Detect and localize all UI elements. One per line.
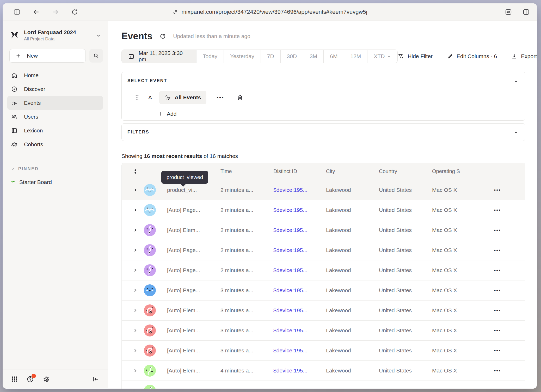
expand-row-chevron-icon[interactable] [130, 348, 141, 353]
distinct-id-link[interactable]: $device:195... [272, 347, 325, 354]
sidebar-item-starter-board[interactable]: Starter Board [10, 179, 108, 185]
range-today-segment[interactable]: Today [196, 50, 224, 63]
expand-row-chevron-icon[interactable] [130, 208, 141, 212]
event-name-cell[interactable]: [Auto] Elem... [159, 368, 219, 374]
range-3m-segment[interactable]: 3M [303, 50, 323, 63]
hide-filter-button[interactable]: Hide Filter [398, 53, 433, 60]
distinct-id-link[interactable]: $device:195... [272, 187, 325, 193]
expand-row-chevron-icon[interactable] [130, 248, 141, 253]
row-more-options-icon[interactable]: ••• [490, 207, 505, 213]
expand-row-chevron-icon[interactable] [130, 308, 141, 313]
column-header-os[interactable]: Operating S [431, 168, 490, 174]
event-name-cell[interactable]: [Auto] Page... [159, 267, 219, 273]
range-6m-segment[interactable]: 6M [323, 50, 344, 63]
column-header-time[interactable]: Time [219, 168, 272, 174]
back-icon[interactable] [32, 8, 40, 16]
distinct-id-link[interactable]: $device:195... [272, 327, 325, 334]
chevron-down-icon [10, 167, 15, 171]
forward-icon[interactable] [52, 8, 59, 16]
event-name-cell[interactable]: [Auto] Page... [159, 247, 219, 253]
distinct-id-link[interactable]: $device:195... [272, 307, 325, 314]
refresh-icon[interactable] [159, 33, 166, 40]
add-event-button[interactable]: Add [156, 111, 178, 117]
split-view-icon[interactable] [522, 8, 530, 16]
range-xtd-segment[interactable]: XTD [367, 50, 397, 63]
search-button[interactable] [89, 49, 103, 63]
column-header-distinct-id[interactable]: Distinct ID [272, 168, 325, 174]
event-name-cell[interactable]: [Auto] Elem... [159, 307, 219, 314]
drag-handle-icon[interactable] [135, 94, 139, 101]
range-yesterday-segment[interactable]: Yesterday [224, 50, 261, 63]
project-switcher[interactable]: Lord Farquaad 2024 All Project Data [9, 29, 102, 42]
sidebar-item-cohorts[interactable]: Cohorts [7, 137, 103, 151]
distinct-id-link[interactable]: $device:195... [272, 287, 325, 293]
table-row[interactable]: [Auto] Elem... 3 minutes a... $device:19… [122, 321, 525, 341]
event-name-tooltip: product_viewed [161, 171, 208, 184]
table-row[interactable]: [Auto] Elem... 4 minutes a... $device:19… [122, 361, 525, 381]
table-row[interactable]: [Auto] Page... 3 minutes a... $device:19… [122, 280, 525, 301]
expand-row-chevron-icon[interactable] [130, 328, 141, 333]
sidebar-item-users[interactable]: Users [7, 110, 103, 124]
delete-event-trash-icon[interactable] [235, 94, 245, 101]
event-name-cell[interactable]: [Auto] Elem... [159, 347, 219, 354]
range-7d-segment[interactable]: 7D [261, 50, 280, 63]
help-icon[interactable] [26, 375, 34, 383]
row-more-options-icon[interactable]: ••• [490, 308, 505, 313]
row-more-options-icon[interactable]: ••• [490, 187, 505, 193]
distinct-id-link[interactable]: $device:195... [272, 207, 325, 213]
sidebar-item-events[interactable]: Events [7, 96, 103, 110]
row-more-options-icon[interactable]: ••• [490, 228, 505, 233]
row-more-options-icon[interactable]: ••• [490, 348, 505, 353]
column-header-city[interactable]: City [325, 168, 378, 174]
row-more-options-icon[interactable]: ••• [490, 248, 505, 253]
event-selector-pill[interactable]: All Events [159, 91, 206, 104]
new-button[interactable]: New [9, 49, 86, 63]
pinned-section-header[interactable]: PINNED [10, 167, 108, 171]
collapse-all-rows-icon[interactable] [130, 168, 141, 175]
collapse-panel-chevron-up-icon[interactable] [513, 79, 519, 84]
distinct-id-link[interactable]: $device:195... [272, 227, 325, 233]
distinct-id-link[interactable]: $device:195... [272, 267, 325, 273]
expand-row-chevron-icon[interactable] [130, 188, 141, 192]
table-row[interactable]: ••• [122, 381, 525, 389]
export-button[interactable]: Export [511, 53, 537, 60]
sidebar-item-lexicon[interactable]: Lexicon [7, 124, 103, 137]
table-row[interactable]: [Auto] Elem... 3 minutes a... $device:19… [122, 301, 525, 321]
event-more-options-icon[interactable]: ••• [215, 94, 226, 101]
settings-gear-icon[interactable] [42, 375, 50, 383]
expand-row-chevron-icon[interactable] [130, 268, 141, 273]
distinct-id-link[interactable]: $device:195... [272, 247, 325, 253]
row-more-options-icon[interactable]: ••• [490, 328, 505, 333]
edit-columns-button[interactable]: Edit Columns · 6 [447, 53, 497, 60]
distinct-id-link[interactable]: $device:195... [272, 368, 325, 374]
sidebar-item-discover[interactable]: Discover [7, 82, 103, 96]
row-more-options-icon[interactable]: ••• [490, 268, 505, 273]
expand-panel-chevron-down-icon[interactable] [513, 129, 519, 135]
sidebar-item-home[interactable]: Home [7, 68, 103, 82]
row-more-options-icon[interactable]: ••• [490, 368, 505, 373]
table-row[interactable]: [Auto] Elem... 3 minutes a... $device:19… [122, 341, 525, 361]
table-row[interactable]: [Auto] Elem... 2 minutes a... $device:19… [122, 220, 525, 240]
event-name-cell[interactable]: product_vi... [159, 187, 219, 193]
table-row[interactable]: [Auto] Page... 2 minutes a... $device:19… [122, 200, 525, 220]
column-header-country[interactable]: Country [378, 168, 431, 174]
range-12m-segment[interactable]: 12M [344, 50, 367, 63]
expand-row-chevron-icon[interactable] [130, 288, 141, 293]
expand-row-chevron-icon[interactable] [130, 368, 141, 373]
browser-sidebar-toggle-icon[interactable] [13, 8, 21, 16]
event-name-cell[interactable]: [Auto] Elem... [159, 327, 219, 334]
event-name-cell[interactable]: [Auto] Page... [159, 287, 219, 293]
row-more-options-icon[interactable]: ••• [490, 288, 505, 293]
collapse-sidebar-icon[interactable] [92, 376, 99, 383]
range-30d-segment[interactable]: 30D [280, 50, 303, 63]
event-name-cell[interactable]: [Auto] Page... [159, 207, 219, 213]
url-bar[interactable]: mixpanel.com/project/3472420/view/397469… [172, 9, 367, 15]
date-segment[interactable]: Mar 11, 2025 3:30 pm [122, 50, 196, 63]
table-row[interactable]: [Auto] Page... 2 minutes a... $device:19… [122, 260, 525, 280]
reload-icon[interactable] [71, 8, 78, 16]
expand-row-chevron-icon[interactable] [130, 228, 141, 232]
table-row[interactable]: [Auto] Page... 2 minutes a... $device:19… [122, 240, 525, 260]
page-settings-icon[interactable] [505, 8, 512, 16]
event-name-cell[interactable]: [Auto] Elem... [159, 227, 219, 233]
apps-grid-icon[interactable] [11, 376, 18, 383]
